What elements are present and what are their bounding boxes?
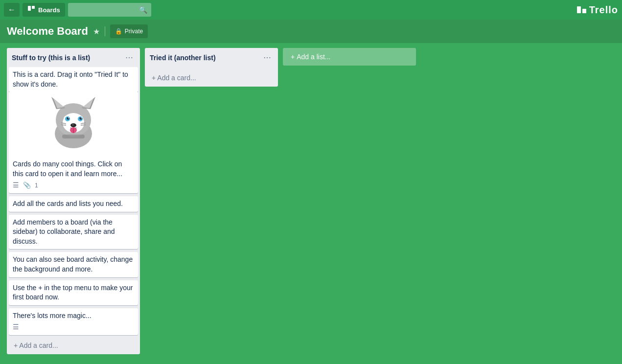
card-footer: ☰ 📎 1: [13, 181, 134, 190]
description-icon: ☰: [13, 322, 19, 332]
plus-icon-list: +: [291, 53, 295, 61]
card-image: [9, 92, 138, 156]
list-header: Stuff to try (this is a list) ⋯: [7, 48, 140, 67]
list-add-card-section: + Add a card...: [7, 337, 140, 354]
svg-point-15: [68, 117, 69, 118]
back-button[interactable]: ←: [4, 3, 20, 17]
card-3[interactable]: Add all the cards and lists you need.: [9, 196, 138, 212]
card-1[interactable]: This is a card. Drag it onto "Tried It" …: [9, 67, 138, 92]
add-card-label: Add a card...: [19, 341, 58, 349]
list-header-2: Tried it (another list) ⋯: [145, 48, 278, 67]
private-label: Private: [125, 28, 143, 35]
card-footer: ☰: [13, 322, 134, 332]
card-text: There's lots more magic...: [13, 312, 92, 319]
card-4[interactable]: Add members to a board (via the sidebar)…: [9, 215, 138, 250]
card-text: Add all the cards and lists you need.: [13, 200, 123, 207]
list-title-2: Tried it (another list): [150, 54, 216, 62]
boards-label: Boards: [38, 6, 60, 14]
svg-line-24: [81, 125, 86, 125]
list-tried-it: Tried it (another list) ⋯ + Add a card..…: [145, 48, 278, 87]
private-button[interactable]: 🔒 Private: [110, 24, 148, 38]
lock-icon: 🔒: [115, 28, 122, 35]
card-text: Cards do many cool things. Click on this…: [13, 160, 122, 178]
list-add-card-section-2: + Add a card...: [145, 69, 278, 87]
description-icon: ☰: [13, 181, 19, 190]
card-text: This is a card. Drag it onto "Tried It" …: [13, 70, 128, 88]
card-text: Use the + in the top menu to make your f…: [13, 284, 133, 301]
list-title: Stuff to try (this is a list): [12, 54, 90, 62]
plus-icon: +: [14, 341, 18, 349]
card-text: You can also see board activity, change …: [13, 255, 133, 273]
svg-point-18: [72, 124, 74, 126]
add-list-label: Add a list...: [297, 53, 330, 61]
add-card-button-2[interactable]: + Add a card...: [148, 71, 275, 85]
card-text: Add members to a board (via the sidebar)…: [13, 218, 115, 245]
star-icon: ★: [93, 27, 100, 36]
list-menu-button[interactable]: ⋯: [123, 52, 135, 63]
add-card-button[interactable]: + Add a card...: [10, 339, 137, 352]
card-6[interactable]: Use the + in the top menu to make your f…: [9, 280, 138, 305]
header-divider: [105, 26, 105, 36]
boards-button[interactable]: Boards: [23, 3, 65, 17]
svg-rect-25: [62, 135, 85, 138]
list-cards: This is a card. Drag it onto "Tried It" …: [7, 67, 140, 337]
add-list-button[interactable]: + Add a list...: [283, 48, 416, 66]
board-title[interactable]: Welcome Board: [7, 25, 88, 38]
trello-logo: Trello: [577, 4, 618, 16]
topnav: ← Boards 🔍 Trello: [0, 0, 622, 20]
svg-point-14: [80, 117, 82, 120]
trello-logo-icon: [577, 6, 586, 13]
svg-rect-0: [28, 6, 31, 11]
attachment-count: 1: [35, 182, 38, 190]
attachment-icon: 📎: [23, 181, 31, 190]
husky-illustration: [46, 94, 100, 153]
list-stuff-to-try: Stuff to try (this is a list) ⋯ This is …: [7, 48, 140, 354]
card-2[interactable]: Cards do many cool things. Click on this…: [9, 92, 138, 193]
board-content: Stuff to try (this is a list) ⋯ This is …: [0, 43, 622, 364]
back-icon: ←: [8, 5, 16, 14]
plus-icon-2: +: [152, 74, 156, 82]
add-card-label-2: Add a card...: [157, 74, 196, 82]
star-button[interactable]: ★: [93, 27, 100, 36]
card-7[interactable]: There's lots more magic... ☰: [9, 308, 138, 335]
list-menu-button-2[interactable]: ⋯: [261, 52, 273, 63]
card-5[interactable]: You can also see board activity, change …: [9, 252, 138, 277]
svg-rect-1: [32, 6, 35, 9]
svg-point-16: [81, 117, 82, 118]
board-header: Welcome Board ★ 🔒 Private: [0, 20, 622, 43]
svg-point-13: [67, 117, 69, 120]
svg-line-22: [61, 125, 66, 125]
search-input[interactable]: [68, 3, 151, 17]
boards-grid-icon: [27, 5, 35, 15]
